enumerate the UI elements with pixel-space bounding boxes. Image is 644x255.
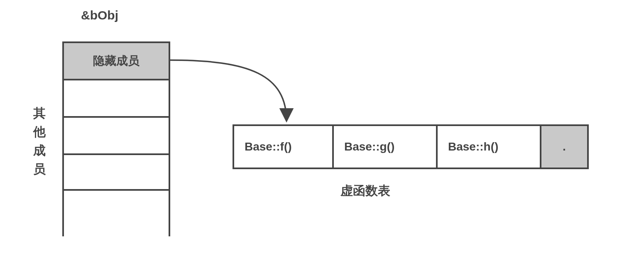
- vtable-diagram: &bObj 其 他 成 员 隐藏成员 Base::f() Base::g() B…: [0, 0, 644, 255]
- side-label-char: 他: [33, 125, 46, 138]
- object-tail: [62, 191, 170, 236]
- side-label-char: 成: [33, 143, 46, 157]
- object-memory-layout: 隐藏成员: [62, 41, 170, 236]
- object-title: &bObj: [81, 8, 118, 22]
- side-label-char: 员: [33, 162, 46, 176]
- hidden-member-label: 隐藏成员: [93, 53, 140, 69]
- vtable-terminator-cell: .: [541, 126, 587, 168]
- object-member-cell: [62, 116, 170, 153]
- vtable-label: 虚函数表: [340, 182, 390, 199]
- object-side-label: 其 他 成 员: [33, 104, 46, 178]
- side-label-char: 其: [33, 106, 46, 120]
- hidden-member-cell: 隐藏成员: [62, 41, 170, 79]
- vtable-cell: Base::f(): [234, 126, 334, 168]
- vtable-row: Base::f() Base::g() Base::h() .: [233, 124, 589, 169]
- vtable-cell: Base::h(): [438, 126, 541, 168]
- vtable-cell: Base::g(): [334, 126, 438, 168]
- object-member-cell: [62, 79, 170, 116]
- object-member-cell: [62, 153, 170, 191]
